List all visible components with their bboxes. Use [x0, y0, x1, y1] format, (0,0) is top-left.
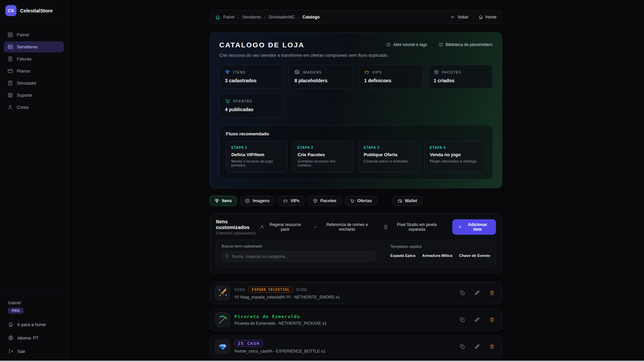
stat-card-vips: VIPS 1 definicoes	[359, 65, 423, 89]
sidebar-item-label: Conta	[17, 105, 29, 110]
template-armadura-mitica[interactable]: Armadura Mitica	[422, 254, 452, 258]
book-open-icon	[439, 42, 443, 47]
tab-vips[interactable]: VIPs	[278, 196, 305, 206]
globe-icon	[8, 335, 13, 341]
item-tag-badge: ESPADA CELESTIAL	[248, 286, 293, 293]
regenerate-pack-label: Regerar resource pack	[267, 222, 304, 232]
pixel-studio-label: Pixel Studio em janela separada	[391, 222, 443, 232]
regenerate-pack-button[interactable]: Regerar resource pack	[259, 222, 304, 232]
home-button[interactable]: Home	[478, 15, 497, 19]
catalog-hero-card: CATALOGO DE LOJA Abrir tutorial e tags B…	[210, 32, 502, 188]
cart-icon	[350, 198, 355, 203]
trash-icon	[489, 290, 495, 296]
step-title: Publique Oferta	[364, 152, 414, 157]
copy-icon	[460, 290, 465, 296]
home-icon	[478, 15, 483, 19]
flow-step-1: ETAPA 1 Defina VIP/Item Monte o recurso …	[226, 141, 287, 173]
stat-value: 8 placeholders	[294, 78, 348, 83]
item-icon-tile	[215, 312, 230, 327]
step-tag: ETAPA 4	[430, 146, 480, 149]
user-icon	[7, 104, 13, 110]
pixel-studio-button[interactable]: Pixel Studio em janela separada	[383, 222, 443, 232]
template-espada-epica[interactable]: Espada Epica	[390, 254, 415, 258]
diamond-icon	[218, 342, 228, 352]
tab-itens[interactable]: Itens	[210, 196, 237, 206]
breadcrumb-current: Catalogo	[303, 15, 320, 19]
copy-icon	[460, 317, 465, 322]
add-item-button[interactable]: Adicionar item	[452, 219, 496, 235]
gem-icon	[215, 198, 219, 203]
calculator-icon	[7, 80, 13, 86]
search-input[interactable]	[222, 251, 375, 262]
item-row-picareta-esmeralda: Picareta de Esmeralda Picareta de Esmera…	[210, 309, 502, 331]
flow-title: Fluxo recomendado	[226, 131, 486, 136]
sidebar-item-servidores[interactable]: Servidores	[4, 41, 64, 52]
crown-icon	[283, 198, 288, 203]
sidebar-item-label: Faturas	[17, 56, 32, 61]
flow-step-4: ETAPA 4 Venda no jogo Plugin sincroniza …	[424, 141, 486, 173]
sidebar-item-label: Servidores	[17, 44, 38, 49]
duplicate-item-button[interactable]	[458, 315, 467, 324]
sidebar-nav: Painel Servidores Faturas Planos Simulad…	[0, 21, 67, 294]
language-link[interactable]: Idioma: PT	[8, 335, 59, 341]
duplicate-item-button[interactable]	[458, 288, 467, 298]
breadcrumb-home-icon[interactable]	[215, 15, 220, 20]
breadcrumb-trail: Painel › Servidores › DivindadesMC › Cat…	[223, 15, 320, 20]
package-icon	[313, 198, 318, 203]
delete-item-button[interactable]	[487, 315, 497, 324]
step-title: Crie Pacotes	[297, 152, 348, 157]
template-chave-de-evento[interactable]: Chave de Evento	[459, 254, 490, 258]
logout-link[interactable]: Sair	[8, 349, 59, 354]
tab-wallet[interactable]: Wallet	[393, 196, 422, 206]
page-subtitle: Crie recursos do seu servidor e transfor…	[219, 53, 493, 58]
sidebar-item-conta[interactable]: Conta	[4, 102, 64, 113]
sidebar-item-suporte[interactable]: Suporte	[4, 90, 64, 101]
image-icon	[294, 70, 300, 75]
sidebar-item-simulador[interactable]: Simulador	[4, 78, 64, 89]
add-item-label: Adicionar item	[464, 222, 491, 232]
plus-icon	[458, 225, 462, 229]
delete-item-button[interactable]	[487, 288, 497, 298]
step-tag: ETAPA 3	[364, 146, 414, 149]
names-enchants-reference-button[interactable]: Referencia de nomes e enchants	[313, 222, 374, 232]
life-buoy-icon	[7, 92, 13, 98]
device-icon	[383, 225, 388, 229]
breadcrumb-link-painel[interactable]: Painel	[223, 15, 234, 19]
item-description: %vinte_cinco_cash% - EXPERIENCE_BOTTLE x…	[234, 349, 325, 354]
breadcrumb: Painel › Servidores › DivindadesMC › Cat…	[210, 10, 502, 24]
open-tutorial-button[interactable]: Abrir tutorial e tags	[386, 42, 427, 47]
search-icon	[225, 254, 229, 259]
edit-item-button[interactable]	[472, 288, 482, 298]
step-desc: Plugin sincroniza e entrega.	[430, 159, 480, 163]
page-title: CATALOGO DE LOJA	[219, 41, 305, 49]
sidebar-item-label: Planos	[17, 69, 30, 74]
back-button[interactable]: Voltar	[451, 15, 468, 19]
quick-templates: Templates rapidos Espada Epica Armadura …	[390, 244, 490, 262]
breadcrumb-link-servidor[interactable]: DivindadesMC	[269, 15, 295, 19]
duplicate-item-button[interactable]	[458, 342, 467, 351]
step-tag: ETAPA 2	[297, 146, 348, 149]
item-actions	[458, 288, 497, 298]
tab-imagens[interactable]: Imagens	[240, 196, 275, 206]
sidebar-item-label: Simulador	[17, 81, 37, 86]
tab-ofertas[interactable]: Ofertas	[345, 196, 377, 206]
edit-item-button[interactable]	[472, 315, 482, 324]
invoice-icon	[7, 56, 13, 62]
stat-value: 1 definicoes	[364, 78, 417, 83]
sidebar-item-planos[interactable]: Planos	[4, 65, 64, 77]
item-name: Picareta de Esmeralda	[234, 314, 300, 319]
placeholder-library-button[interactable]: Biblioteca de placeholders	[439, 42, 493, 47]
sidebar-item-faturas[interactable]: Faturas	[4, 53, 64, 64]
sidebar-item-label: Painel	[17, 32, 29, 37]
breadcrumb-link-servidores[interactable]: Servidores	[242, 15, 261, 19]
step-title: Venda no jogo	[430, 152, 480, 157]
tab-pacotes[interactable]: Pacotes	[308, 196, 341, 206]
delete-item-button[interactable]	[487, 342, 497, 351]
app-logo-icon: CS	[5, 5, 16, 16]
sidebar-item-painel[interactable]: Painel	[4, 29, 64, 40]
go-home-link[interactable]: Ir para a home	[8, 322, 59, 327]
brand-name: CelestialStore	[20, 8, 53, 13]
item-actions	[458, 342, 497, 351]
edit-item-button[interactable]	[472, 342, 482, 351]
chevron-right-icon: ›	[237, 15, 239, 20]
